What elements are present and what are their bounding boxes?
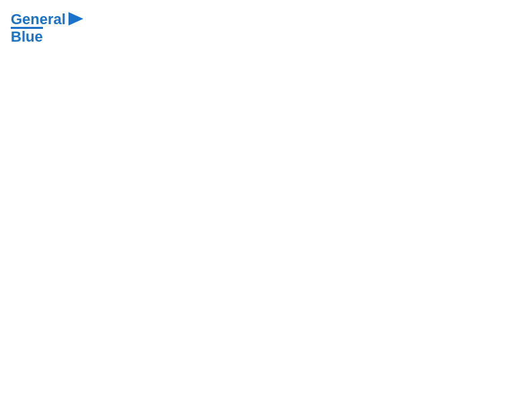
logo-icon [69, 12, 83, 26]
logo: General Blue [11, 11, 83, 44]
logo-text-blue: Blue [11, 30, 43, 44]
header: General Blue [11, 11, 521, 44]
svg-marker-0 [69, 12, 83, 26]
logo-text: General [11, 12, 66, 27]
